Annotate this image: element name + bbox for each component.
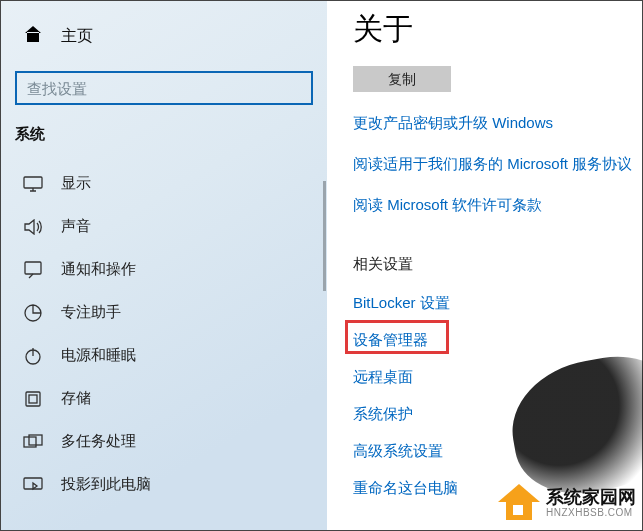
related-link-2[interactable]: 远程桌面 bbox=[353, 368, 642, 387]
sidebar-item-label: 通知和操作 bbox=[61, 260, 136, 279]
sidebar-item-sound[interactable]: 声音 bbox=[1, 205, 327, 248]
related-link-3[interactable]: 系统保护 bbox=[353, 405, 642, 424]
sidebar-item-power[interactable]: 电源和睡眠 bbox=[1, 334, 327, 377]
sidebar-item-label: 投影到此电脑 bbox=[61, 475, 151, 494]
about-link-1[interactable]: 阅读适用于我们服务的 Microsoft 服务协议 bbox=[353, 155, 642, 174]
sidebar-item-label: 存储 bbox=[61, 389, 91, 408]
search-input[interactable] bbox=[15, 71, 313, 105]
sound-icon bbox=[23, 219, 43, 235]
about-link-0[interactable]: 更改产品密钥或升级 Windows bbox=[353, 114, 642, 133]
nav-list: 显示声音通知和操作专注助手电源和睡眠存储多任务处理投影到此电脑 bbox=[1, 162, 327, 506]
section-title-system: 系统 bbox=[1, 125, 327, 144]
sidebar-item-label: 多任务处理 bbox=[61, 432, 136, 451]
home-nav[interactable]: 主页 bbox=[1, 19, 327, 53]
home-label: 主页 bbox=[61, 26, 93, 47]
about-link-2[interactable]: 阅读 Microsoft 软件许可条款 bbox=[353, 196, 642, 215]
settings-window: 主页 系统 显示声音通知和操作专注助手电源和睡眠存储多任务处理投影到此电脑 关于… bbox=[0, 0, 643, 531]
svg-rect-1 bbox=[25, 262, 41, 274]
sidebar-item-notify[interactable]: 通知和操作 bbox=[1, 248, 327, 291]
sidebar-item-label: 声音 bbox=[61, 217, 91, 236]
notify-icon bbox=[23, 261, 43, 279]
svg-rect-4 bbox=[29, 395, 37, 403]
related-link-1[interactable]: 设备管理器 bbox=[353, 331, 642, 350]
page-title: 关于 bbox=[353, 9, 642, 50]
sidebar-item-storage[interactable]: 存储 bbox=[1, 377, 327, 420]
related-settings-heading: 相关设置 bbox=[353, 255, 642, 274]
search-container bbox=[1, 71, 327, 105]
sidebar-item-label: 显示 bbox=[61, 174, 91, 193]
sidebar-item-label: 电源和睡眠 bbox=[61, 346, 136, 365]
home-icon bbox=[23, 25, 43, 47]
watermark-url: HNZXHBSB.COM bbox=[546, 507, 636, 518]
related-link-4[interactable]: 高级系统设置 bbox=[353, 442, 642, 461]
project-icon bbox=[23, 477, 43, 493]
svg-rect-3 bbox=[26, 392, 40, 406]
storage-icon bbox=[23, 390, 43, 408]
sidebar-item-display[interactable]: 显示 bbox=[1, 162, 327, 205]
power-icon bbox=[23, 347, 43, 365]
sidebar: 主页 系统 显示声音通知和操作专注助手电源和睡眠存储多任务处理投影到此电脑 bbox=[1, 1, 327, 530]
copy-button[interactable]: 复制 bbox=[353, 66, 451, 92]
sidebar-item-label: 专注助手 bbox=[61, 303, 121, 322]
sidebar-scrollbar-thumb[interactable] bbox=[323, 181, 326, 291]
sidebar-item-multitask[interactable]: 多任务处理 bbox=[1, 420, 327, 463]
related-link-5[interactable]: 重命名这台电脑 bbox=[353, 479, 642, 498]
display-icon bbox=[23, 176, 43, 192]
related-links: BitLocker 设置设备管理器远程桌面系统保护高级系统设置重命名这台电脑 bbox=[353, 294, 642, 498]
svg-rect-0 bbox=[24, 177, 42, 188]
sidebar-item-project[interactable]: 投影到此电脑 bbox=[1, 463, 327, 506]
related-link-0[interactable]: BitLocker 设置 bbox=[353, 294, 642, 313]
content-pane: 关于 复制 更改产品密钥或升级 Windows阅读适用于我们服务的 Micros… bbox=[327, 1, 642, 530]
focus-icon bbox=[23, 304, 43, 322]
sidebar-item-focus[interactable]: 专注助手 bbox=[1, 291, 327, 334]
multitask-icon bbox=[23, 434, 43, 450]
about-links: 更改产品密钥或升级 Windows阅读适用于我们服务的 Microsoft 服务… bbox=[353, 114, 642, 215]
